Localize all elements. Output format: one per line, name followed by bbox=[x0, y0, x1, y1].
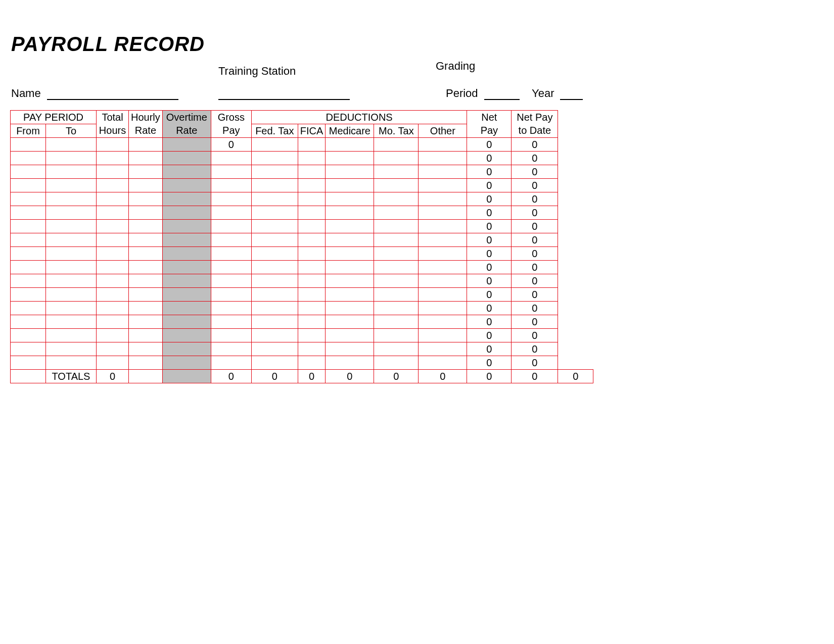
cell-net-pay[interactable]: 0 bbox=[467, 233, 512, 247]
cell-fica[interactable] bbox=[298, 152, 326, 165]
cell-hourly-rate[interactable] bbox=[129, 179, 163, 192]
cell-other[interactable] bbox=[419, 329, 467, 342]
cell-total-hours[interactable] bbox=[97, 315, 129, 329]
cell-fica[interactable] bbox=[298, 274, 326, 288]
cell-from[interactable] bbox=[11, 315, 46, 329]
cell-net-pay-to-date[interactable]: 0 bbox=[512, 342, 558, 356]
cell-to[interactable] bbox=[46, 342, 97, 356]
cell-medicare[interactable] bbox=[326, 165, 374, 179]
cell-mo-tax[interactable] bbox=[374, 261, 419, 274]
cell-medicare[interactable] bbox=[326, 138, 374, 152]
cell-net-pay-to-date[interactable]: 0 bbox=[512, 233, 558, 247]
cell-overtime-rate[interactable] bbox=[162, 192, 211, 206]
cell-gross-pay[interactable] bbox=[211, 179, 251, 192]
cell-fica[interactable] bbox=[298, 206, 326, 220]
cell-other[interactable] bbox=[419, 206, 467, 220]
cell-hourly-rate[interactable] bbox=[129, 329, 163, 342]
cell-fica[interactable] bbox=[298, 302, 326, 315]
cell-overtime-rate[interactable] bbox=[162, 165, 211, 179]
cell-from[interactable] bbox=[11, 192, 46, 206]
cell-total-hours[interactable] bbox=[97, 165, 129, 179]
cell-net-pay-to-date[interactable]: 0 bbox=[512, 329, 558, 342]
cell-gross-pay[interactable] bbox=[211, 220, 251, 233]
cell-from[interactable] bbox=[11, 179, 46, 192]
cell-gross-pay[interactable] bbox=[211, 329, 251, 342]
cell-hourly-rate[interactable] bbox=[129, 247, 163, 261]
cell-mo-tax[interactable] bbox=[374, 179, 419, 192]
cell-net-pay[interactable]: 0 bbox=[467, 261, 512, 274]
cell-medicare[interactable] bbox=[326, 233, 374, 247]
cell-fica[interactable] bbox=[298, 138, 326, 152]
cell-from[interactable] bbox=[11, 329, 46, 342]
cell-total-hours[interactable] bbox=[97, 274, 129, 288]
cell-net-pay[interactable]: 0 bbox=[467, 302, 512, 315]
cell-total-hours[interactable] bbox=[97, 192, 129, 206]
cell-net-pay-to-date[interactable]: 0 bbox=[512, 288, 558, 302]
cell-net-pay-to-date[interactable]: 0 bbox=[512, 206, 558, 220]
cell-medicare[interactable] bbox=[326, 179, 374, 192]
cell-fed-tax[interactable] bbox=[251, 315, 298, 329]
cell-net-pay[interactable]: 0 bbox=[467, 220, 512, 233]
cell-other[interactable] bbox=[419, 192, 467, 206]
cell-total-hours[interactable] bbox=[97, 233, 129, 247]
cell-other[interactable] bbox=[419, 261, 467, 274]
cell-fica[interactable] bbox=[298, 356, 326, 370]
cell-mo-tax[interactable] bbox=[374, 206, 419, 220]
cell-mo-tax[interactable] bbox=[374, 315, 419, 329]
training-station-input-line[interactable] bbox=[218, 88, 350, 100]
cell-from[interactable] bbox=[11, 302, 46, 315]
cell-overtime-rate[interactable] bbox=[162, 356, 211, 370]
cell-net-pay-to-date[interactable]: 0 bbox=[512, 356, 558, 370]
cell-hourly-rate[interactable] bbox=[129, 261, 163, 274]
cell-from[interactable] bbox=[11, 206, 46, 220]
cell-to[interactable] bbox=[46, 315, 97, 329]
cell-fica[interactable] bbox=[298, 288, 326, 302]
cell-to[interactable] bbox=[46, 138, 97, 152]
cell-gross-pay[interactable] bbox=[211, 152, 251, 165]
cell-overtime-rate[interactable] bbox=[162, 274, 211, 288]
cell-fica[interactable] bbox=[298, 165, 326, 179]
cell-medicare[interactable] bbox=[326, 220, 374, 233]
cell-total-hours[interactable] bbox=[97, 220, 129, 233]
cell-fica[interactable] bbox=[298, 315, 326, 329]
cell-to[interactable] bbox=[46, 152, 97, 165]
cell-from[interactable] bbox=[11, 356, 46, 370]
cell-gross-pay[interactable]: 0 bbox=[211, 138, 251, 152]
cell-gross-pay[interactable] bbox=[211, 206, 251, 220]
cell-gross-pay[interactable] bbox=[211, 165, 251, 179]
cell-fed-tax[interactable] bbox=[251, 261, 298, 274]
cell-mo-tax[interactable] bbox=[374, 302, 419, 315]
cell-fed-tax[interactable] bbox=[251, 356, 298, 370]
cell-hourly-rate[interactable] bbox=[129, 165, 163, 179]
cell-other[interactable] bbox=[419, 274, 467, 288]
cell-net-pay-to-date[interactable]: 0 bbox=[512, 152, 558, 165]
cell-total-hours[interactable] bbox=[97, 261, 129, 274]
cell-mo-tax[interactable] bbox=[374, 192, 419, 206]
cell-net-pay-to-date[interactable]: 0 bbox=[512, 315, 558, 329]
cell-gross-pay[interactable] bbox=[211, 302, 251, 315]
cell-overtime-rate[interactable] bbox=[162, 206, 211, 220]
cell-fed-tax[interactable] bbox=[251, 302, 298, 315]
cell-fed-tax[interactable] bbox=[251, 179, 298, 192]
cell-from[interactable] bbox=[11, 288, 46, 302]
cell-overtime-rate[interactable] bbox=[162, 342, 211, 356]
cell-hourly-rate[interactable] bbox=[129, 192, 163, 206]
cell-mo-tax[interactable] bbox=[374, 220, 419, 233]
cell-net-pay[interactable]: 0 bbox=[467, 192, 512, 206]
cell-to[interactable] bbox=[46, 288, 97, 302]
cell-from[interactable] bbox=[11, 247, 46, 261]
cell-fica[interactable] bbox=[298, 342, 326, 356]
cell-mo-tax[interactable] bbox=[374, 165, 419, 179]
cell-overtime-rate[interactable] bbox=[162, 288, 211, 302]
cell-to[interactable] bbox=[46, 220, 97, 233]
cell-other[interactable] bbox=[419, 247, 467, 261]
cell-overtime-rate[interactable] bbox=[162, 247, 211, 261]
cell-net-pay-to-date[interactable]: 0 bbox=[512, 179, 558, 192]
cell-net-pay[interactable]: 0 bbox=[467, 206, 512, 220]
cell-net-pay-to-date[interactable]: 0 bbox=[512, 302, 558, 315]
cell-mo-tax[interactable] bbox=[374, 152, 419, 165]
cell-total-hours[interactable] bbox=[97, 329, 129, 342]
cell-other[interactable] bbox=[419, 315, 467, 329]
cell-gross-pay[interactable] bbox=[211, 192, 251, 206]
cell-total-hours[interactable] bbox=[97, 179, 129, 192]
